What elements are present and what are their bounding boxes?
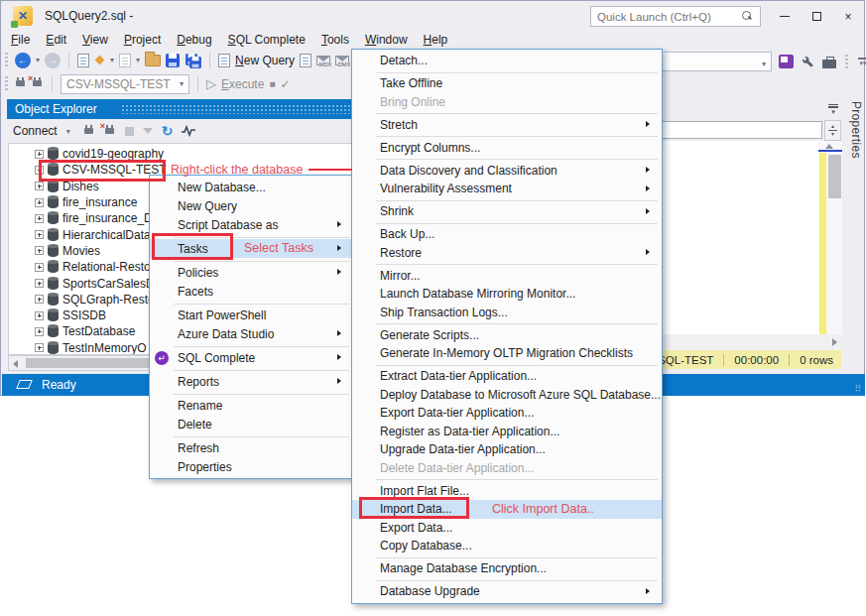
expand-icon[interactable]	[35, 327, 44, 336]
expand-icon[interactable]	[35, 214, 44, 223]
menu-item-upgrade-dac[interactable]: Upgrade Data-tier Application...	[352, 440, 662, 459]
menu-item-manage-encryption[interactable]: Manage Database Encryption...	[352, 559, 662, 578]
connect-plug-icon[interactable]	[15, 77, 27, 90]
editor-options-chevron-icon[interactable]: ▾	[827, 104, 839, 114]
menu-item-facets[interactable]: Facets	[150, 282, 353, 301]
scroll-left-icon[interactable]	[13, 360, 18, 368]
menu-item-new-query[interactable]: New Query	[150, 196, 353, 215]
maximize-button[interactable]	[803, 6, 830, 27]
resize-grip[interactable]: ⁝⁝	[855, 383, 861, 394]
menu-item-encrypt-columns[interactable]: Encrypt Columns...	[352, 139, 662, 158]
menu-file[interactable]: File	[3, 31, 38, 49]
editor-vertical-scrollbar[interactable]	[818, 141, 842, 334]
expand-icon[interactable]	[35, 182, 44, 190]
menu-item-take-offline[interactable]: Take Offline	[352, 74, 662, 93]
menu-sql-complete[interactable]: SQL Complete	[220, 31, 313, 49]
toolbar-grip[interactable]	[5, 53, 8, 67]
save-button[interactable]	[166, 54, 180, 67]
menu-item-shrink[interactable]: Shrink	[352, 202, 662, 221]
scroll-up-icon[interactable]	[825, 144, 833, 149]
menu-item-detach[interactable]: Detach...	[352, 52, 662, 70]
menu-item-launch-mirroring-monitor[interactable]: Launch Database Mirroring Monitor...	[352, 285, 662, 304]
editor-splitter-handle[interactable]: ▴▾	[824, 120, 841, 141]
menu-item-data-discovery[interactable]: Data Discovery and Classification	[352, 162, 662, 181]
menu-item-generate-scripts[interactable]: Generate Scripts...	[352, 326, 662, 345]
parse-check-icon[interactable]: ✓	[280, 77, 290, 91]
menu-project[interactable]: Project	[116, 31, 169, 49]
menu-tools[interactable]: Tools	[313, 31, 357, 49]
execute-play-icon[interactable]: ▷	[206, 76, 216, 91]
menu-item-script-database-as[interactable]: Script Database as	[150, 215, 353, 234]
minimize-button[interactable]	[771, 6, 799, 27]
oe-connect-plug-icon[interactable]	[83, 125, 95, 138]
wrench-icon[interactable]	[801, 55, 815, 69]
add-item-dropdown-caret-icon[interactable]: ▾	[136, 56, 140, 64]
properties-autohide-tab[interactable]: Properties	[846, 101, 863, 179]
menu-item-copy-database[interactable]: Copy Database...	[352, 537, 662, 555]
database-combobox[interactable]: CSV-MSSQL-TEST ▾	[61, 74, 189, 94]
menu-item-sql-complete[interactable]: ↵SQL Complete	[150, 348, 353, 367]
new-query-button[interactable]: New Query	[235, 54, 295, 67]
quick-launch-input[interactable]	[597, 8, 736, 25]
execute-button[interactable]: Execute	[221, 77, 264, 91]
menu-item-register-dac[interactable]: Register as Data-tier Application...	[352, 423, 662, 441]
add-new-item-button[interactable]	[77, 54, 89, 67]
menu-item-refresh[interactable]: Refresh	[150, 438, 353, 457]
navigate-back-button[interactable]: ←	[15, 53, 31, 68]
dmx-query-button[interactable]: DMX	[335, 56, 349, 65]
menu-item-reports[interactable]: Reports	[150, 372, 353, 391]
expand-icon[interactable]	[35, 246, 44, 255]
refresh-icon[interactable]: ↻	[162, 125, 174, 137]
menu-item-properties[interactable]: Properties	[150, 457, 353, 476]
toolbar-grip[interactable]	[5, 76, 8, 91]
open-file-button[interactable]	[145, 55, 161, 66]
expand-icon[interactable]	[35, 295, 44, 304]
menu-window[interactable]: Window	[357, 31, 416, 49]
expand-icon[interactable]	[35, 343, 44, 352]
menu-item-stretch[interactable]: Stretch	[352, 116, 662, 135]
back-dropdown-caret-icon[interactable]: ▾	[36, 56, 40, 64]
activity-monitor-icon[interactable]	[182, 125, 195, 137]
expand-icon[interactable]	[35, 150, 44, 159]
menu-item-vulnerability-assessment[interactable]: Vulnerability Assessment	[352, 180, 662, 198]
menu-item-import-data[interactable]: Import Data... Click Import Data..	[352, 500, 662, 519]
menu-help[interactable]: Help	[416, 31, 456, 49]
menu-item-start-powershell[interactable]: Start PowerShell	[150, 306, 353, 324]
connect-button[interactable]: Connect	[13, 124, 58, 138]
oe-disconnect-plug-icon[interactable]: ×	[104, 125, 116, 138]
expand-icon[interactable]	[35, 279, 44, 288]
add-item-disabled-button[interactable]	[119, 54, 131, 67]
database-query-icon[interactable]	[300, 54, 311, 67]
close-button[interactable]: ×	[834, 6, 862, 27]
menu-item-ship-transaction-logs[interactable]: Ship Transaction Logs...	[352, 304, 662, 322]
menu-item-policies[interactable]: Policies	[150, 263, 353, 282]
menu-item-azure-data-studio[interactable]: Azure Data Studio	[150, 324, 353, 343]
quick-launch-box[interactable]	[590, 6, 761, 27]
toolbar-grip[interactable]	[845, 55, 848, 69]
new-item-dropdown-caret-icon[interactable]: ▾	[110, 56, 114, 64]
connect-caret-icon[interactable]: ▾	[66, 127, 70, 136]
disconnect-plug-icon[interactable]: ×	[32, 77, 44, 90]
menu-item-rename[interactable]: Rename	[150, 396, 353, 415]
toolbox-icon[interactable]	[822, 60, 836, 68]
menu-item-database-upgrade[interactable]: Database Upgrade	[352, 582, 662, 601]
expand-icon[interactable]	[35, 311, 44, 320]
menu-item-export-dac[interactable]: Export Data-tier Application...	[352, 404, 662, 423]
expand-icon[interactable]	[35, 198, 44, 207]
menu-item-deploy-to-azure[interactable]: Deploy Database to Microsoft Azure SQL D…	[352, 386, 662, 405]
scroll-right-icon[interactable]	[832, 338, 837, 346]
menu-item-export-data[interactable]: Export Data...	[352, 519, 662, 538]
menu-item-mirror[interactable]: Mirror...	[352, 267, 662, 286]
menu-item-back-up[interactable]: Back Up...	[352, 225, 662, 244]
oe-stop-icon[interactable]	[125, 127, 134, 136]
vs-window-icon[interactable]	[779, 55, 794, 68]
menu-view[interactable]: View	[74, 31, 116, 49]
menu-item-extract-dac[interactable]: Extract Data-tier Application...	[352, 367, 662, 386]
menu-item-tasks[interactable]: Tasks Select Tasks	[150, 239, 353, 258]
filter-icon[interactable]	[143, 128, 153, 134]
menu-debug[interactable]: Debug	[169, 31, 219, 49]
menu-item-generate-inmemory-checklists[interactable]: Generate In-Memory OLTP Migration Checkl…	[352, 344, 662, 363]
menu-item-new-database[interactable]: New Database...	[150, 178, 353, 196]
scrollbar-thumb[interactable]	[828, 155, 841, 198]
navigate-forward-button[interactable]: →	[45, 53, 61, 68]
